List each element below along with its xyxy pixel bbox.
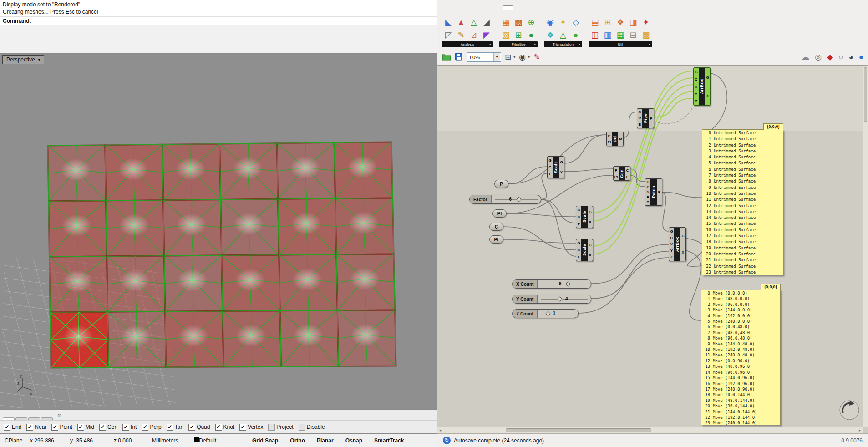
input-port[interactable]: C: [578, 215, 580, 219]
checkbox[interactable]: [122, 424, 129, 431]
wireframe-preview-icon[interactable]: ◕: [848, 53, 853, 61]
canvas-horizontal-scrollbar[interactable]: ◂▸: [437, 427, 863, 433]
input-port[interactable]: X: [670, 242, 673, 246]
input-port[interactable]: G: [695, 70, 697, 74]
osnap-checkbox-item[interactable]: Int: [122, 424, 137, 431]
preview-eye-icon[interactable]: ◉: [519, 53, 526, 61]
input-port[interactable]: F: [647, 195, 649, 199]
toolbar-group-label[interactable]: Analysis: [442, 41, 493, 47]
osnap-checkbox-item[interactable]: Quad: [188, 424, 210, 431]
util-toolbar-icon[interactable]: ▤: [589, 16, 601, 29]
command-prompt-label[interactable]: Command:: [0, 17, 437, 25]
component-label-bar[interactable]: Pipe: [642, 109, 649, 128]
input-port[interactable]: X: [695, 85, 697, 89]
menu-tab[interactable]: [483, 6, 492, 10]
component-label-bar[interactable]: Del: [612, 132, 618, 146]
cplane-button[interactable]: CPlane: [5, 437, 30, 444]
scrollbar-thumb[interactable]: [864, 67, 867, 122]
util-toolbar-icon[interactable]: ⊞: [601, 16, 614, 29]
triangulation-toolbar-icon[interactable]: ✦: [557, 16, 569, 29]
slider-track[interactable]: 1: [538, 310, 578, 318]
input-port[interactable]: S: [647, 190, 649, 194]
output-port[interactable]: E: [626, 175, 629, 179]
slider-track[interactable]: 6: [492, 195, 541, 203]
status-toggle-button[interactable]: SmartTrack: [374, 437, 404, 444]
status-toggle-button[interactable]: Osnap: [345, 437, 362, 444]
perspective-viewport[interactable]: yzx Perspective ▾: [0, 54, 437, 409]
output-port[interactable]: P: [658, 190, 660, 194]
util-toolbar-icon[interactable]: ✦: [640, 16, 652, 29]
analysis-toolbar-icon[interactable]: ◣: [442, 16, 455, 29]
osnap-checkbox-item[interactable]: Project: [268, 424, 293, 431]
osnap-checkbox-item[interactable]: Near: [26, 424, 46, 431]
output-port[interactable]: X: [589, 253, 591, 257]
component-con[interactable]: PPl Con CE: [613, 166, 630, 181]
input-port[interactable]: P: [615, 168, 617, 173]
input-port[interactable]: Pl: [608, 140, 611, 144]
primitive-toolbar-icon[interactable]: ▦: [499, 16, 512, 29]
checkbox[interactable]: [268, 424, 275, 431]
shaded-preview-icon[interactable]: ●: [859, 53, 863, 61]
param-c[interactable]: C: [489, 223, 503, 231]
component-label-bar[interactable]: Patch: [650, 179, 657, 205]
slider-knob[interactable]: [516, 197, 521, 202]
osnap-checkbox-item[interactable]: Tan: [167, 424, 183, 431]
slider-track[interactable]: 4: [538, 295, 591, 303]
analysis-toolbar-icon[interactable]: ◤: [480, 29, 493, 41]
gem-icon[interactable]: ◆: [827, 53, 833, 61]
zoom-combobox[interactable]: 80%▾: [467, 52, 501, 62]
slider-x-count[interactable]: X Count 6: [512, 279, 591, 289]
component-arrbox[interactable]: GCXYZ ArrBox GX: [669, 227, 686, 261]
scroll-left-icon[interactable]: ◂: [437, 428, 443, 432]
status-toggle-button[interactable]: Grid Snap: [252, 437, 278, 444]
analysis-toolbar-icon[interactable]: ✎: [455, 29, 467, 41]
component-scale-3[interactable]: GCF Scale GX: [576, 239, 593, 261]
chevron-down-icon[interactable]: ▾: [38, 57, 41, 62]
input-port[interactable]: T: [647, 200, 649, 204]
primitive-toolbar-icon[interactable]: ⊞: [512, 29, 525, 41]
chevron-down-icon[interactable]: ▾: [493, 53, 500, 61]
menu-tab[interactable]: [574, 6, 583, 10]
osnap-checkbox-item[interactable]: Knot: [215, 424, 235, 431]
util-toolbar-icon[interactable]: ◨: [627, 16, 640, 29]
output-port[interactable]: X: [589, 220, 591, 224]
input-port[interactable]: C: [695, 77, 698, 81]
component-scale-2[interactable]: GCF Scale GX: [576, 206, 593, 228]
input-port[interactable]: C: [647, 180, 650, 184]
component-label-bar[interactable]: Scale: [581, 239, 588, 261]
input-port[interactable]: C: [639, 110, 641, 114]
status-toggle-button[interactable]: Planar: [317, 437, 334, 444]
canvas-compass-widget[interactable]: [838, 399, 861, 423]
checkbox[interactable]: [142, 424, 148, 431]
scroll-right-icon[interactable]: ▸: [857, 428, 863, 432]
slider-knob[interactable]: [566, 281, 571, 286]
input-port[interactable]: F: [578, 222, 580, 226]
triangulation-toolbar-icon[interactable]: ◇: [569, 16, 582, 29]
menu-tab[interactable]: [443, 6, 452, 10]
output-port[interactable]: P: [650, 117, 652, 121]
input-port[interactable]: P: [647, 185, 649, 189]
primitive-toolbar-icon[interactable]: ▩: [512, 16, 525, 29]
param-pl[interactable]: Pl: [492, 209, 507, 218]
analysis-toolbar-icon[interactable]: ◸: [442, 29, 455, 41]
checkbox[interactable]: [99, 424, 106, 431]
input-port[interactable]: F: [578, 255, 580, 259]
checkbox[interactable]: [239, 424, 246, 431]
input-port[interactable]: Y: [695, 92, 697, 96]
osnap-checkbox-item[interactable]: Perp: [142, 424, 161, 431]
new-viewport-tab-icon[interactable]: ⊕: [54, 412, 66, 420]
input-port[interactable]: G: [670, 229, 673, 234]
osnap-checkbox-item[interactable]: End: [4, 424, 21, 431]
triangulation-toolbar-icon[interactable]: ◉: [544, 16, 557, 29]
param-pt[interactable]: Pt: [489, 235, 503, 244]
slider-factor[interactable]: Factor 6: [469, 195, 541, 204]
primitive-toolbar-icon[interactable]: ●: [525, 29, 538, 41]
checkbox[interactable]: [188, 424, 195, 431]
menu-tab[interactable]: [493, 6, 502, 10]
osnap-checkbox-item[interactable]: Mid: [77, 424, 94, 431]
primitive-toolbar-icon[interactable]: ▧: [499, 29, 512, 41]
analysis-toolbar-icon[interactable]: ◢: [480, 16, 493, 29]
component-scale-1[interactable]: GCF Scale GX: [547, 156, 564, 178]
checkbox[interactable]: [51, 424, 58, 431]
component-label-bar[interactable]: ArrBox: [699, 68, 705, 105]
